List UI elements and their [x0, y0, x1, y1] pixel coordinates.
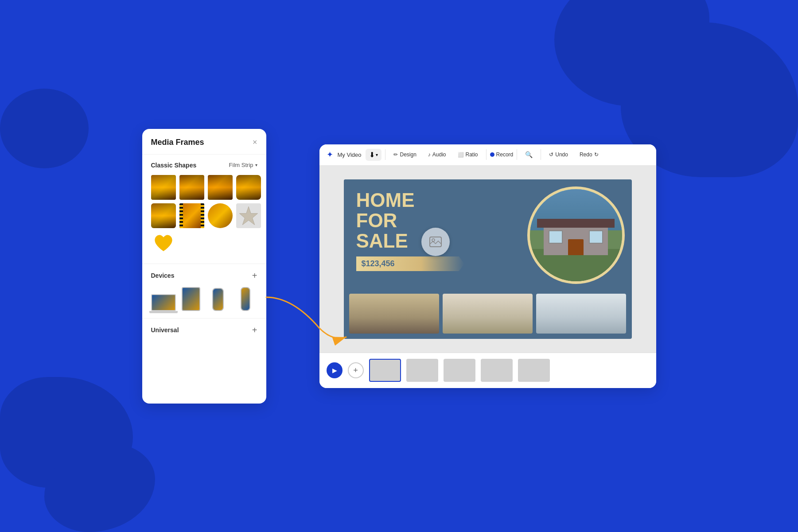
device-grid — [151, 286, 257, 311]
title-line1: HOME — [356, 189, 415, 211]
separator-3 — [517, 149, 517, 160]
universal-add-button[interactable]: + — [252, 326, 257, 334]
record-dot-icon — [490, 152, 494, 157]
slide-canvas: HOME FOR SALE $123,456 — [344, 179, 632, 339]
ratio-button[interactable]: ⬜ Ratio — [453, 150, 483, 159]
heart-svg — [152, 233, 175, 255]
phone-frame-tall — [241, 287, 250, 311]
slide-thumbnail-2[interactable] — [406, 359, 438, 382]
star-burst-svg — [238, 205, 259, 226]
undo-button[interactable]: ↺ Undo — [545, 150, 572, 159]
panel-title: Media Frames — [151, 138, 204, 147]
photo-3-bg — [536, 294, 626, 334]
redo-icon: ↻ — [594, 151, 599, 158]
price-banner: $123,456 — [356, 256, 465, 271]
canvas-area: HOME FOR SALE $123,456 — [319, 166, 656, 353]
tablet-frame — [182, 287, 200, 311]
main-container: Media Frames × Classic Shapes Film Strip… — [0, 0, 798, 532]
photo-2-bg — [443, 294, 533, 334]
search-button[interactable]: 🔍 — [521, 149, 537, 160]
shape-heart-1[interactable] — [151, 232, 176, 256]
add-slide-button[interactable]: + — [348, 362, 364, 378]
devices-add-button[interactable]: + — [252, 271, 257, 280]
download-button[interactable]: ⬇ ▾ — [366, 149, 381, 161]
classic-shapes-label: Classic Shapes — [151, 162, 197, 169]
film-strip-dropdown[interactable]: Film Strip ▾ — [229, 162, 257, 168]
design-button[interactable]: ✏ Design — [389, 150, 420, 159]
shape-rounded-rect-1[interactable] — [236, 175, 261, 200]
project-name[interactable]: My Video — [338, 151, 362, 158]
shape-tall-1[interactable] — [208, 175, 233, 200]
download-icon: ⬇ — [369, 151, 375, 159]
slide-bottom-photos — [349, 294, 627, 334]
ratio-label: Ratio — [466, 151, 478, 158]
slide-thumbnail-3[interactable] — [444, 359, 475, 382]
undo-label: Undo — [555, 151, 568, 158]
section-header: Classic Shapes Film Strip ▾ — [151, 162, 257, 169]
shape-wide-2[interactable] — [151, 203, 176, 228]
interior-photo-2 — [443, 294, 533, 334]
house-exterior-image — [530, 189, 622, 281]
separator-1 — [385, 149, 385, 160]
panel-header: Media Frames × — [142, 129, 266, 155]
laptop-base — [149, 311, 178, 313]
play-button[interactable]: ▶ — [327, 362, 343, 378]
device-phone-tall-item[interactable] — [234, 286, 257, 311]
device-tablet-item[interactable] — [179, 286, 203, 311]
close-icon[interactable]: × — [253, 138, 257, 146]
universal-label: Universal — [151, 326, 179, 334]
svg-marker-0 — [239, 206, 257, 225]
slide-thumbnail-5[interactable] — [518, 359, 550, 382]
add-slide-icon: + — [353, 366, 358, 375]
separator-4 — [541, 149, 541, 160]
devices-label: Devices — [151, 272, 175, 279]
slide-thumbnail-4[interactable] — [481, 359, 513, 382]
audio-label: Audio — [432, 151, 446, 158]
undo-icon: ↺ — [549, 151, 553, 158]
chevron-down-icon: ▾ — [255, 163, 257, 167]
media-frames-panel: Media Frames × Classic Shapes Film Strip… — [142, 129, 266, 404]
logo-icon: ✦ — [327, 150, 333, 159]
device-laptop-item[interactable] — [151, 286, 176, 311]
redo-label: Redo — [580, 151, 592, 158]
title-line3: SALE — [356, 230, 408, 252]
title-line2: FOR — [356, 210, 397, 231]
devices-header: Devices + — [151, 271, 257, 280]
phone-frame-small — [212, 288, 224, 311]
shape-grid — [151, 175, 257, 256]
filmstrip-inner — [183, 203, 201, 228]
device-phone-small-item[interactable] — [206, 286, 230, 311]
image-placeholder-overlay[interactable] — [421, 228, 450, 256]
universal-header: Universal + — [151, 326, 257, 334]
design-icon: ✏ — [393, 151, 398, 158]
timeline-bar: ▶ + — [319, 353, 656, 388]
laptop-frame — [151, 294, 176, 311]
photo-1-bg — [349, 294, 439, 334]
interior-photo-3 — [536, 294, 626, 334]
shape-wide-1[interactable] — [151, 175, 176, 200]
devices-section: Devices + — [142, 264, 266, 318]
shape-star-1[interactable] — [236, 203, 261, 228]
editor-toolbar: ✦ My Video ⬇ ▾ ✏ Design ♪ Audio — [319, 144, 656, 166]
design-label: Design — [400, 151, 416, 158]
shape-filmstrip-1[interactable] — [179, 203, 204, 228]
house-roof — [537, 219, 615, 228]
play-icon: ▶ — [332, 367, 337, 374]
svg-rect-2 — [430, 237, 441, 247]
interior-photo-1 — [349, 294, 439, 334]
film-strip-label: Film Strip — [229, 162, 253, 168]
house-circle — [527, 186, 625, 284]
image-placeholder-icon — [429, 237, 442, 247]
house-body — [544, 226, 608, 256]
chevron-icon-download: ▾ — [376, 152, 378, 157]
shape-square-1[interactable] — [179, 175, 204, 200]
slide-thumbnail-1[interactable] — [369, 359, 401, 382]
record-button[interactable]: Record — [490, 151, 514, 158]
redo-button[interactable]: Redo ↻ — [575, 150, 603, 159]
price-text: $123,456 — [362, 259, 395, 268]
classic-shapes-section: Classic Shapes Film Strip ▾ — [142, 155, 266, 264]
record-label: Record — [496, 151, 514, 158]
audio-button[interactable]: ♪ Audio — [424, 150, 451, 159]
shape-circle-1[interactable] — [208, 203, 233, 228]
separator-2 — [486, 149, 487, 160]
